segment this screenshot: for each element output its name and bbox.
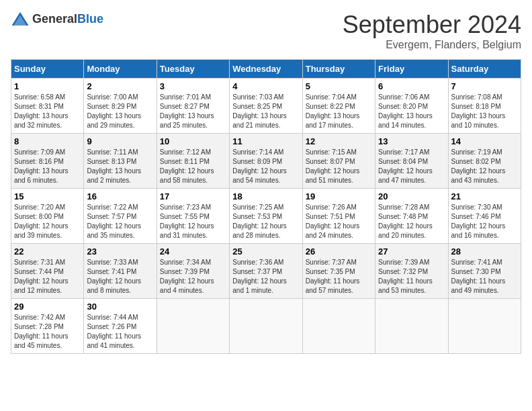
- day-number: 11: [232, 136, 299, 146]
- day-info: Sunrise: 7:37 AM Sunset: 7:35 PM Dayligh…: [306, 258, 372, 295]
- title-area: September 2024 Evergem, Flanders, Belgiu…: [343, 11, 521, 51]
- day-cell-25: 25Sunrise: 7:36 AM Sunset: 7:37 PM Dayli…: [230, 244, 302, 299]
- empty-cell: [157, 299, 229, 354]
- logo: GeneralBlue: [11, 11, 103, 27]
- day-number: 17: [160, 191, 226, 201]
- day-info: Sunrise: 7:06 AM Sunset: 8:20 PM Dayligh…: [378, 93, 445, 130]
- day-info: Sunrise: 7:08 AM Sunset: 8:18 PM Dayligh…: [451, 93, 518, 130]
- day-info: Sunrise: 7:33 AM Sunset: 7:41 PM Dayligh…: [87, 258, 153, 295]
- day-cell-21: 21Sunrise: 7:30 AM Sunset: 7:46 PM Dayli…: [448, 189, 521, 244]
- header: GeneralBlue September 2024 Evergem, Flan…: [11, 11, 521, 51]
- day-cell-26: 26Sunrise: 7:37 AM Sunset: 7:35 PM Dayli…: [302, 244, 375, 299]
- day-info: Sunrise: 7:31 AM Sunset: 7:44 PM Dayligh…: [14, 258, 81, 295]
- empty-cell: [375, 299, 448, 354]
- day-cell-11: 11Sunrise: 7:14 AM Sunset: 8:09 PM Dayli…: [230, 134, 302, 189]
- day-info: Sunrise: 7:11 AM Sunset: 8:13 PM Dayligh…: [87, 148, 153, 185]
- day-info: Sunrise: 7:25 AM Sunset: 7:53 PM Dayligh…: [232, 203, 299, 240]
- header-cell-saturday: Saturday: [448, 60, 521, 79]
- logo-general: General: [32, 12, 77, 26]
- week-row-5: 29Sunrise: 7:42 AM Sunset: 7:28 PM Dayli…: [11, 299, 521, 354]
- day-number: 8: [14, 136, 81, 146]
- day-cell-28: 28Sunrise: 7:41 AM Sunset: 7:30 PM Dayli…: [448, 244, 521, 299]
- day-number: 3: [160, 81, 226, 91]
- day-cell-6: 6Sunrise: 7:06 AM Sunset: 8:20 PM Daylig…: [375, 79, 448, 134]
- day-info: Sunrise: 7:30 AM Sunset: 7:46 PM Dayligh…: [451, 203, 518, 240]
- calendar-table: SundayMondayTuesdayWednesdayThursdayFrid…: [11, 59, 521, 354]
- day-number: 21: [451, 191, 518, 201]
- logo-text: GeneralBlue: [32, 12, 103, 26]
- header-cell-thursday: Thursday: [302, 60, 375, 79]
- day-cell-15: 15Sunrise: 7:20 AM Sunset: 8:00 PM Dayli…: [11, 189, 84, 244]
- day-info: Sunrise: 7:17 AM Sunset: 8:04 PM Dayligh…: [378, 148, 445, 185]
- empty-cell: [448, 299, 521, 354]
- day-info: Sunrise: 7:00 AM Sunset: 8:29 PM Dayligh…: [87, 93, 153, 130]
- calendar-body: 1Sunrise: 6:58 AM Sunset: 8:31 PM Daylig…: [11, 79, 521, 354]
- day-info: Sunrise: 7:44 AM Sunset: 7:26 PM Dayligh…: [87, 313, 153, 351]
- header-cell-friday: Friday: [375, 60, 448, 79]
- day-cell-5: 5Sunrise: 7:04 AM Sunset: 8:22 PM Daylig…: [302, 79, 375, 134]
- day-number: 15: [14, 191, 81, 201]
- day-cell-14: 14Sunrise: 7:19 AM Sunset: 8:02 PM Dayli…: [448, 134, 521, 189]
- day-number: 9: [87, 136, 153, 146]
- week-row-1: 1Sunrise: 6:58 AM Sunset: 8:31 PM Daylig…: [11, 79, 521, 134]
- day-info: Sunrise: 7:01 AM Sunset: 8:27 PM Dayligh…: [160, 93, 226, 130]
- day-number: 28: [451, 246, 518, 257]
- day-cell-7: 7Sunrise: 7:08 AM Sunset: 8:18 PM Daylig…: [448, 79, 521, 134]
- day-info: Sunrise: 7:23 AM Sunset: 7:55 PM Dayligh…: [160, 203, 226, 240]
- day-number: 2: [87, 81, 153, 91]
- day-cell-17: 17Sunrise: 7:23 AM Sunset: 7:55 PM Dayli…: [157, 189, 229, 244]
- calendar-header: SundayMondayTuesdayWednesdayThursdayFrid…: [11, 60, 521, 79]
- day-cell-10: 10Sunrise: 7:12 AM Sunset: 8:11 PM Dayli…: [157, 134, 229, 189]
- day-cell-12: 12Sunrise: 7:15 AM Sunset: 8:07 PM Dayli…: [302, 134, 375, 189]
- day-number: 5: [306, 81, 372, 91]
- day-cell-23: 23Sunrise: 7:33 AM Sunset: 7:41 PM Dayli…: [84, 244, 157, 299]
- day-number: 25: [232, 246, 299, 257]
- month-title: September 2024: [343, 11, 521, 39]
- day-info: Sunrise: 7:12 AM Sunset: 8:11 PM Dayligh…: [160, 148, 226, 185]
- day-number: 22: [14, 246, 81, 257]
- day-number: 10: [160, 136, 226, 146]
- day-info: Sunrise: 6:58 AM Sunset: 8:31 PM Dayligh…: [14, 93, 81, 130]
- day-cell-2: 2Sunrise: 7:00 AM Sunset: 8:29 PM Daylig…: [84, 79, 157, 134]
- week-row-3: 15Sunrise: 7:20 AM Sunset: 8:00 PM Dayli…: [11, 189, 521, 244]
- day-info: Sunrise: 7:28 AM Sunset: 7:48 PM Dayligh…: [378, 203, 445, 240]
- day-info: Sunrise: 7:26 AM Sunset: 7:51 PM Dayligh…: [306, 203, 372, 240]
- empty-cell: [302, 299, 375, 354]
- day-number: 13: [378, 136, 445, 146]
- generalblue-logo-icon: [11, 11, 30, 27]
- day-number: 4: [232, 81, 299, 91]
- day-number: 6: [378, 81, 445, 91]
- day-cell-30: 30Sunrise: 7:44 AM Sunset: 7:26 PM Dayli…: [84, 299, 157, 354]
- day-cell-3: 3Sunrise: 7:01 AM Sunset: 8:27 PM Daylig…: [157, 79, 229, 134]
- day-number: 1: [14, 81, 81, 91]
- day-number: 27: [378, 246, 445, 257]
- day-cell-29: 29Sunrise: 7:42 AM Sunset: 7:28 PM Dayli…: [11, 299, 84, 354]
- day-info: Sunrise: 7:14 AM Sunset: 8:09 PM Dayligh…: [232, 148, 299, 185]
- day-cell-20: 20Sunrise: 7:28 AM Sunset: 7:48 PM Dayli…: [375, 189, 448, 244]
- empty-cell: [230, 299, 302, 354]
- day-cell-9: 9Sunrise: 7:11 AM Sunset: 8:13 PM Daylig…: [84, 134, 157, 189]
- day-number: 16: [87, 191, 153, 201]
- day-cell-24: 24Sunrise: 7:34 AM Sunset: 7:39 PM Dayli…: [157, 244, 229, 299]
- header-cell-sunday: Sunday: [11, 60, 84, 79]
- day-info: Sunrise: 7:04 AM Sunset: 8:22 PM Dayligh…: [306, 93, 372, 130]
- day-info: Sunrise: 7:41 AM Sunset: 7:30 PM Dayligh…: [451, 258, 518, 295]
- day-number: 23: [87, 246, 153, 257]
- header-row: SundayMondayTuesdayWednesdayThursdayFrid…: [11, 60, 521, 79]
- day-info: Sunrise: 7:19 AM Sunset: 8:02 PM Dayligh…: [451, 148, 518, 185]
- location-title: Evergem, Flanders, Belgium: [343, 39, 521, 51]
- day-info: Sunrise: 7:09 AM Sunset: 8:16 PM Dayligh…: [14, 148, 81, 185]
- day-cell-1: 1Sunrise: 6:58 AM Sunset: 8:31 PM Daylig…: [11, 79, 84, 134]
- day-cell-18: 18Sunrise: 7:25 AM Sunset: 7:53 PM Dayli…: [230, 189, 302, 244]
- day-cell-16: 16Sunrise: 7:22 AM Sunset: 7:57 PM Dayli…: [84, 189, 157, 244]
- day-info: Sunrise: 7:15 AM Sunset: 8:07 PM Dayligh…: [306, 148, 372, 185]
- day-cell-22: 22Sunrise: 7:31 AM Sunset: 7:44 PM Dayli…: [11, 244, 84, 299]
- day-info: Sunrise: 7:39 AM Sunset: 7:32 PM Dayligh…: [378, 258, 445, 295]
- day-number: 20: [378, 191, 445, 201]
- day-info: Sunrise: 7:34 AM Sunset: 7:39 PM Dayligh…: [160, 258, 226, 295]
- day-cell-13: 13Sunrise: 7:17 AM Sunset: 8:04 PM Dayli…: [375, 134, 448, 189]
- day-info: Sunrise: 7:36 AM Sunset: 7:37 PM Dayligh…: [232, 258, 299, 295]
- day-number: 18: [232, 191, 299, 201]
- day-cell-8: 8Sunrise: 7:09 AM Sunset: 8:16 PM Daylig…: [11, 134, 84, 189]
- day-info: Sunrise: 7:42 AM Sunset: 7:28 PM Dayligh…: [14, 313, 81, 351]
